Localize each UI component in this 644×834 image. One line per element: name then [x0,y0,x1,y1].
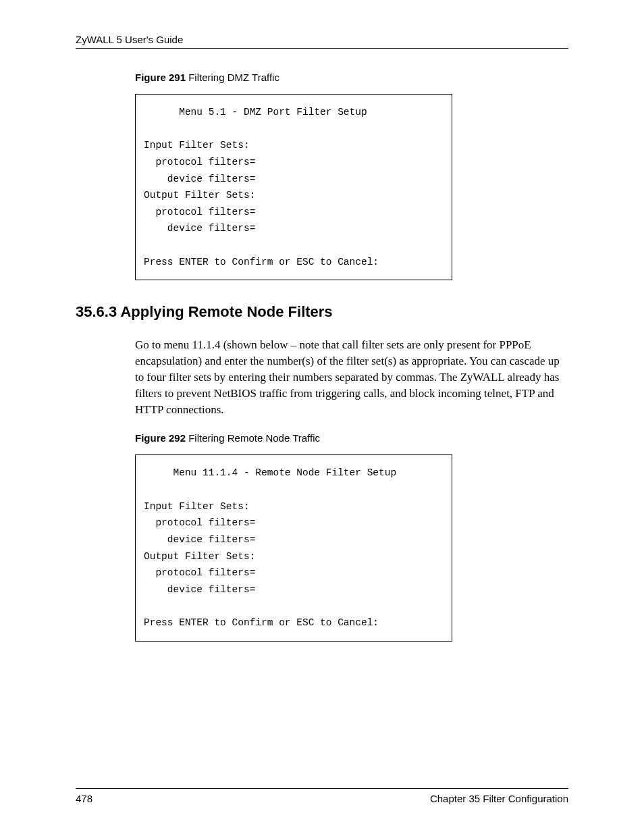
chapter-title: Chapter 35 Filter Configuration [430,793,568,804]
figure-292-terminal: Menu 11.1.4 - Remote Node Filter Setup I… [135,454,452,641]
body-paragraph: Go to menu 11.1.4 (shown below – note th… [135,337,568,417]
footer: 478 Chapter 35 Filter Configuration [76,788,568,804]
figure-291-terminal: Menu 5.1 - DMZ Port Filter Setup Input F… [135,94,452,280]
figure-292-caption: Figure 292 Filtering Remote Node Traffic [135,432,568,444]
running-header: ZyWALL 5 User's Guide [76,34,568,45]
page: ZyWALL 5 User's Guide Figure 291 Filteri… [0,0,644,834]
figure-292-label: Figure 292 [135,432,188,444]
header-rule [76,48,568,49]
figure-291-title: Filtering DMZ Traffic [188,72,279,83]
page-number: 478 [76,793,92,804]
figure-291-label: Figure 291 [135,72,188,83]
figure-292-title: Filtering Remote Node Traffic [188,432,320,444]
figure-291-caption: Figure 291 Filtering DMZ Traffic [135,72,568,83]
footer-rule [76,788,568,789]
section-heading: 35.6.3 Applying Remote Node Filters [76,303,568,321]
